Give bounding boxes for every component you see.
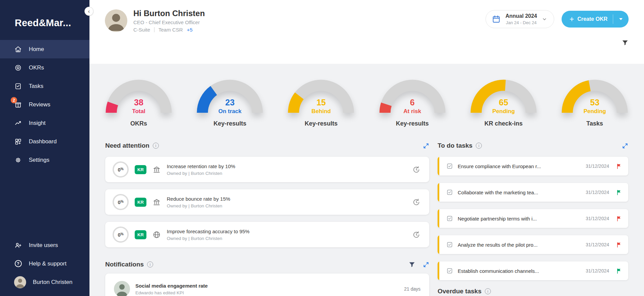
gauge-value: 6 (379, 98, 446, 107)
gauge-status: Pending (561, 108, 628, 115)
period-title: Annual 2024 (505, 13, 537, 19)
sidebar-item-home[interactable]: Home (0, 40, 89, 58)
sidebar-user-name: Burton Christen (33, 279, 72, 286)
dashboard-content: 38Total OKRs 23On track Key-results 15Be… (89, 64, 644, 296)
insight-icon (14, 119, 22, 127)
expand-icon[interactable] (622, 143, 628, 149)
kr-title: Increase retention rate by 10% (167, 163, 235, 169)
user-role: CEO - Chief Executive Officer (133, 19, 205, 25)
chevron-left-icon: ‹ (88, 9, 90, 14)
greeting-block: Hi Burton Christen CEO - Chief Executive… (105, 9, 205, 33)
sidebar-item-dashboard[interactable]: Dashboard (0, 132, 89, 151)
info-icon[interactable]: i (476, 143, 482, 149)
gauge-label: Key-results (305, 120, 337, 127)
gauge-value: 38 (105, 98, 172, 107)
gauge-status: At risk (379, 108, 446, 115)
invite-users-label: Invite users (29, 242, 58, 249)
tasks-icon (14, 82, 22, 90)
task-card[interactable]: Negotiate partnership terms with i... 31… (438, 209, 628, 228)
task-checkbox-icon[interactable] (446, 241, 453, 248)
filter-icon[interactable] (622, 39, 629, 48)
create-okr-button[interactable]: + Create OKR (562, 11, 629, 28)
create-okr-caret[interactable] (613, 18, 629, 20)
help-icon: ? (14, 260, 22, 268)
invite-users-button[interactable]: Invite users (0, 236, 89, 254)
chevron-down-icon (542, 16, 547, 22)
task-checkbox-icon[interactable] (446, 267, 453, 274)
checkin-history-icon[interactable] (412, 198, 421, 206)
reviews-badge: 2 (11, 97, 17, 103)
task-card[interactable]: Establish communication channels... 31/1… (438, 261, 628, 280)
calendar-icon (492, 15, 501, 23)
header-avatar (105, 9, 127, 32)
task-title: Establish communication channels... (458, 268, 581, 274)
gauge-kr-on-track: 23On track Key-results (196, 78, 263, 127)
gauge-value: 15 (287, 98, 355, 107)
sidebar-item-label: Dashboard (29, 138, 57, 145)
task-title: Collaborate with the marketing tea... (458, 190, 581, 195)
task-card[interactable]: Analyze the results of the pilot pro... … (438, 235, 628, 254)
overdue-tasks-header: Overdue tasks i (438, 288, 628, 295)
sidebar-item-tasks[interactable]: Tasks (0, 77, 89, 95)
task-checkbox-icon[interactable] (446, 215, 453, 222)
info-icon[interactable]: i (485, 288, 491, 294)
page-header: Hi Burton Christen CEO - Chief Executive… (89, 0, 644, 64)
app-root: Reed&Mar... Home OKRs Tasks (0, 0, 644, 296)
task-card[interactable]: Collaborate with the marketing tea... 31… (438, 183, 628, 202)
notifications-header: Notifications i (105, 261, 429, 268)
expand-icon[interactable] (423, 261, 429, 268)
task-checkbox-icon[interactable] (446, 163, 453, 169)
checkin-history-icon[interactable] (412, 165, 421, 174)
gear-icon (14, 156, 22, 164)
need-attention-header: Need attention i (105, 142, 429, 149)
kr-badge: KR (135, 198, 146, 207)
help-support-label: Help & support (29, 260, 66, 267)
sidebar-footer: Invite users ? Help & support Burton Chr… (0, 236, 89, 296)
need-attention-card[interactable]: 0% KR Improve forecasting accuracy to 95… (105, 222, 429, 247)
period-range: Jan 24 - Dec 24 (505, 20, 537, 25)
info-icon[interactable]: i (147, 261, 153, 267)
sidebar-item-insight[interactable]: Insight (0, 114, 89, 132)
gauge-label: OKRs (130, 120, 147, 127)
notifications-filter-icon[interactable] (408, 261, 415, 268)
globe-icon (152, 231, 161, 239)
user-org: C-Suite (133, 27, 150, 33)
priority-flag-icon[interactable] (616, 242, 622, 248)
add-user-icon (14, 241, 22, 249)
notifications-card: Social media engagement rate Edwardo has… (105, 274, 429, 296)
notification-subtitle: Edwardo has edited KPI (135, 290, 208, 295)
checkin-history-icon[interactable] (412, 231, 421, 239)
target-icon (14, 64, 22, 72)
info-icon[interactable]: i (153, 143, 159, 149)
sidebar-user-profile[interactable]: Burton Christen (0, 273, 89, 291)
summary-gauges: 38Total OKRs 23On track Key-results 15Be… (105, 78, 628, 127)
sidebar-collapse-button[interactable]: ‹ (84, 7, 93, 16)
task-checkbox-icon[interactable] (446, 189, 453, 196)
priority-flag-icon[interactable] (616, 163, 622, 169)
gauge-kr-checkins: 65Pending KR check-ins (470, 78, 537, 127)
priority-flag-icon[interactable] (616, 189, 622, 196)
section-title: Notifications (105, 261, 144, 268)
sidebar-item-reviews[interactable]: 2 Reviews (0, 95, 89, 114)
gauge-value: 65 (470, 98, 537, 107)
period-selector[interactable]: Annual 2024 Jan 24 - Dec 24 (486, 10, 554, 28)
priority-flag-icon[interactable] (616, 268, 622, 274)
need-attention-card[interactable]: 0% KR Reduce bounce rate by 15% Owned by… (105, 189, 429, 215)
task-card[interactable]: Ensure compliance with European r... 31/… (438, 157, 628, 176)
task-due-date: 31/12/2024 (586, 190, 609, 195)
notification-item[interactable]: Social media engagement rate Edwardo has… (114, 281, 421, 296)
help-support-button[interactable]: ? Help & support (0, 254, 89, 273)
task-due-date: 31/12/2024 (586, 268, 609, 274)
sidebar-item-okrs[interactable]: OKRs (0, 58, 89, 77)
sidebar-item-label: Reviews (29, 101, 50, 108)
plus-icon: + (570, 15, 574, 23)
team-more-link[interactable]: +5 (187, 27, 193, 33)
sidebar-item-settings[interactable]: Settings (0, 151, 89, 169)
expand-icon[interactable] (423, 143, 429, 149)
dashboard-icon (14, 138, 22, 146)
kr-badge: KR (135, 165, 146, 174)
org-icon (152, 198, 161, 206)
sidebar-item-label: OKRs (29, 64, 44, 71)
need-attention-card[interactable]: 0% KR Increase retention rate by 10% Own… (105, 157, 429, 182)
priority-flag-icon[interactable] (616, 215, 622, 222)
